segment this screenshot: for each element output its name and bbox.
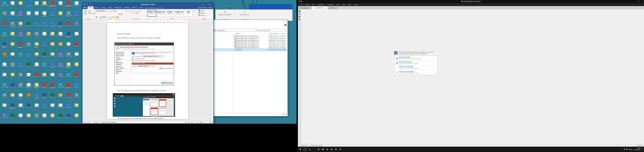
desktop-icon[interactable]: Two Tickets... (49, 72, 57, 82)
tasks-icon[interactable] (299, 18, 300, 20)
desktop-icon[interactable]: Car hire voucher.pdf (49, 82, 57, 92)
navigation-icon[interactable] (299, 10, 300, 12)
desktop-icon[interactable]: Recycle Bin (1, 62, 9, 72)
desktop-icon[interactable]: Windows Admin... (57, 21, 65, 31)
menu-item[interactable]: View (341, 4, 346, 5)
taskbar-app-icon[interactable] (313, 148, 316, 151)
desktop-icon[interactable]: B4MonW5... (17, 11, 25, 21)
ribbon-tab[interactable]: View (138, 6, 144, 9)
desktop-icon[interactable]: E4200_T-PS... (49, 31, 57, 41)
desktop-icon[interactable]: WRT.txt (1, 103, 9, 113)
desktop-icon[interactable]: misc (24, 113, 33, 123)
desktop-icon[interactable]: Firefox (1, 52, 9, 62)
desktop-icon[interactable]: Untitled.gif (17, 31, 25, 41)
desktop-icon[interactable]: U Cont Config Mgr (49, 21, 57, 31)
desktop-icon[interactable]: HomeSafe View (1, 1, 9, 11)
desktop-icon[interactable]: P touch Editor 5.4 (57, 62, 65, 72)
desktop-icon[interactable]: printers (33, 113, 41, 123)
align-border-icons[interactable]: ≡ ≡ ≡ ≣ ▦ (126, 12, 146, 14)
desktop-icon[interactable]: budget.xlsx (57, 113, 65, 123)
desktop-icon[interactable]: readern... (24, 72, 33, 82)
column-header-date[interactable]: Date modified (269, 33, 278, 34)
taskbar-app-icon[interactable]: W (321, 148, 324, 151)
desktop-icon[interactable]: todo.txt (17, 113, 25, 123)
panel-option[interactable]: ⊗ Disconnect and Close Disconnect and cl… (394, 70, 437, 75)
minimize-icon[interactable]: — (280, 20, 281, 22)
desktop-icon[interactable]: Seating.xlsx (24, 21, 33, 31)
desktop-icon[interactable]: specs.txt (72, 31, 80, 41)
desktop-icon[interactable]: Wires.vsx (41, 42, 49, 52)
desktop-icon[interactable]: Photovoltaic Windows U... (9, 103, 17, 113)
scrollbar[interactable] (286, 33, 287, 113)
desktop-icon[interactable]: Dell Display Manager (9, 21, 17, 31)
desktop-icon[interactable]: Paticulars ut... (64, 21, 72, 31)
font-family-select[interactable]: Calibri (Body) ▾ (96, 10, 111, 12)
desktop-icon[interactable]: setup64.exe (72, 93, 80, 103)
desktop-icon[interactable]: Dell EMC Reposito... (17, 21, 25, 31)
desktop-icon[interactable]: WinCShell_... (9, 31, 17, 41)
desktop-icon[interactable]: HID hardware... (57, 31, 65, 41)
desktop-icon[interactable]: amsptrab... (33, 103, 41, 113)
desktop-icon[interactable]: scan001.jpg (1, 113, 9, 123)
desktop-icon[interactable]: New Text Docume... (17, 93, 25, 103)
taskbar-app-icon[interactable]: O (317, 148, 320, 151)
account-name[interactable]: Fraser Simon (199, 7, 207, 8)
tell-me-box[interactable]: Tell me what you want to do... (144, 7, 166, 9)
desktop-icon[interactable]: Microsoft Edge (1, 82, 9, 92)
ribbon-tab[interactable]: File (83, 6, 88, 9)
taskbar-app-icon[interactable]: e (308, 148, 311, 151)
desktop-icon[interactable]: Brother Utilities (33, 21, 41, 31)
styles-gallery-scroll[interactable]: ▴▾▾ (193, 10, 195, 17)
desktop-icon[interactable]: SATA.pdf (72, 72, 80, 82)
clock[interactable]: 17:55 22/07/2022 (633, 148, 640, 151)
desktop-icon[interactable]: RattyParkin... (24, 103, 33, 113)
desktop-icon[interactable]: beach.jpg (57, 72, 65, 82)
menu-item[interactable]: Dashboard (316, 4, 325, 5)
desktop-icon[interactable]: NT 4.0 (1, 11, 9, 21)
desktop-icon[interactable]: Personal-Edge (57, 82, 65, 92)
zoom-in-icon[interactable]: + (207, 121, 208, 124)
zoom-out-icon[interactable]: − (194, 121, 195, 124)
desktop-icon[interactable]: Switches.vsx (41, 21, 49, 31)
connection-tab[interactable]: ● DC02 (328, 6, 338, 9)
send-receive-button[interactable]: ⇄ Send/Receive All Folders (218, 10, 232, 18)
desktop-icon[interactable]: switchmap... (64, 103, 72, 113)
ruler[interactable] (83, 20, 212, 22)
help-icon[interactable]: ? (284, 24, 286, 26)
desktop-icon[interactable]: cisco images (41, 1, 49, 11)
desktop-icon[interactable]: Doc_Profes... (9, 82, 17, 92)
desktop-icon[interactable]: To set a Tide Day.docx (64, 31, 72, 41)
style-swatch[interactable]: AaBbCcDx ¶ Normal (148, 10, 156, 17)
desktop-icon[interactable]: 101APPLE (9, 42, 17, 52)
desktop-icon[interactable]: jumbo (9, 72, 17, 82)
replace-button[interactable]: Replace (199, 12, 211, 14)
save-attachments-button[interactable]: ▼ Save attachments (237, 10, 252, 18)
desktop-icon[interactable]: quote.pdf (72, 42, 80, 52)
grow-shrink-font-icons[interactable]: A̲ A Aa (119, 13, 123, 15)
zoom-level[interactable]: 100% (209, 121, 212, 124)
panel-option[interactable]: ◔ Show the Dashboard Switch to the conne… (394, 65, 437, 70)
tray-expand-icon[interactable]: ^ (622, 149, 623, 150)
style-swatch[interactable]: AaBbCcDx ¶ No Spac... (157, 10, 165, 17)
desktop-icon[interactable]: 4D-Camp... (1, 21, 9, 31)
desktop-icon[interactable]: Windows 11 Ins... (41, 93, 49, 103)
desktop-icon[interactable]: WebEditor... (33, 1, 41, 11)
ribbon-tab[interactable]: Mailings (123, 6, 131, 9)
find-button[interactable]: Find ▾ (199, 10, 211, 12)
desktop-icon[interactable]: Install Adobe Reader DC... (49, 1, 57, 11)
desktop-icon[interactable]: google-ch... (1, 72, 9, 82)
paste-button[interactable]: Paste (83, 10, 88, 15)
desktop-icon[interactable]: Synology MA Appli... (33, 82, 41, 92)
ribbon-tab[interactable]: Review (131, 6, 138, 9)
start-button[interactable]: ⊞ (298, 148, 303, 151)
desktop-icon[interactable]: StarCraft (33, 31, 41, 41)
desktop-icon[interactable]: lozza (9, 93, 17, 103)
desktop-icon[interactable]: E-bookcas... (41, 72, 49, 82)
desktop-icon[interactable]: cables.vsx (72, 11, 80, 21)
network-icon[interactable] (624, 149, 625, 150)
desktop-icon[interactable]: AnyToISO (17, 52, 25, 62)
desktop-icon[interactable]: notes.txt (72, 52, 80, 62)
desktop-icon[interactable]: SwannComp! (64, 52, 72, 62)
page-indicator[interactable]: Page 1 of 2 (84, 121, 91, 124)
view-toggle-icons[interactable] (282, 114, 286, 115)
